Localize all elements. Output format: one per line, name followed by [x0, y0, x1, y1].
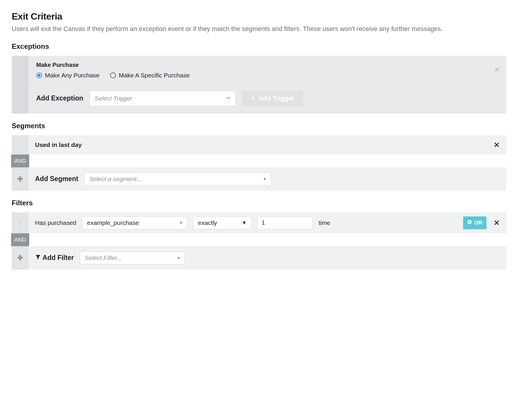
add-trigger-button[interactable]: + Add Trigger: [242, 91, 303, 106]
filter-product-dropdown[interactable]: example_purchase ▾: [82, 216, 187, 229]
circle-plus-icon: [467, 220, 472, 226]
caret-down-icon: ▾: [180, 220, 182, 225]
plus-icon: ✚: [17, 176, 23, 183]
filters-heading: Filters: [12, 199, 506, 207]
filter-prefix: Has purchased: [35, 219, 76, 226]
filter-row: ⋮ Has purchased example_purchase ▾ exact…: [12, 212, 506, 233]
caret-down-icon: ▼: [242, 220, 246, 225]
add-filter-text: Add Filter: [43, 254, 74, 261]
select-filter-dropdown[interactable]: Select Filter... ▾: [80, 251, 185, 264]
filter-suffix: time: [319, 219, 330, 226]
radio-make-specific-purchase[interactable]: Make A Specific Purchase: [110, 72, 190, 79]
segment-handle[interactable]: [12, 135, 29, 155]
close-icon[interactable]: ✕: [494, 66, 500, 73]
select-trigger-placeholder: Select Trigger: [95, 95, 132, 102]
add-trigger-label: Add Trigger: [258, 95, 294, 102]
radio-make-any-purchase[interactable]: Make Any Purchase: [36, 72, 100, 79]
exceptions-handle: [12, 56, 29, 114]
caret-down-icon: ▾: [178, 255, 180, 261]
caret-down-icon: ▾: [264, 176, 266, 182]
filters-and-pill: AND: [11, 233, 29, 246]
or-label: OR: [474, 220, 483, 226]
add-segment-label: Add Segment: [35, 175, 78, 183]
radio-unchecked-icon: [110, 72, 116, 78]
add-filter-label: Add Filter: [35, 254, 74, 262]
page-description: Users will exit the Canvas if they perfo…: [12, 24, 506, 34]
segment-row: Used in last day ✕: [12, 135, 506, 155]
filter-drag-handle[interactable]: ⋮: [12, 212, 29, 233]
plus-icon: ✚: [17, 254, 23, 261]
exceptions-card: Make Purchase Make Any Purchase Make A S…: [12, 56, 506, 114]
select-segment-dropdown[interactable]: Select a segment... ▾: [84, 173, 271, 185]
remove-filter-icon[interactable]: ✕: [493, 219, 500, 227]
plus-icon: +: [251, 95, 255, 102]
select-segment-placeholder: Select a segment...: [89, 176, 142, 183]
segment-label: Used in last day: [35, 141, 82, 148]
radio-checked-icon: [36, 72, 42, 78]
filter-product-value: example_purchase: [87, 219, 139, 226]
select-trigger-dropdown[interactable]: Select Trigger: [90, 91, 236, 106]
chevron-down-icon: [226, 96, 231, 101]
remove-segment-icon[interactable]: ✕: [493, 141, 500, 149]
segments-heading: Segments: [12, 122, 506, 130]
filter-count-input[interactable]: [257, 216, 313, 229]
add-segment-row: ✚ Add Segment Select a segment... ▾: [12, 167, 506, 191]
select-filter-placeholder: Select Filter...: [85, 254, 122, 261]
page-title: Exit Criteria: [12, 11, 506, 22]
add-filter-handle[interactable]: ✚: [12, 246, 29, 270]
segments-and-pill: AND: [11, 155, 29, 167]
radio-any-label: Make Any Purchase: [45, 72, 100, 79]
filter-comparator-value: exactly: [198, 219, 217, 226]
add-segment-handle[interactable]: ✚: [12, 167, 29, 191]
exception-block-title: Make Purchase: [36, 62, 499, 68]
add-filter-row: ✚ Add Filter Select Filter... ▾: [12, 246, 506, 270]
add-exception-label: Add Exception: [36, 94, 83, 102]
drag-dots-icon: ⋮: [17, 222, 24, 224]
radio-specific-label: Make A Specific Purchase: [119, 72, 190, 79]
or-button[interactable]: OR: [463, 216, 487, 229]
funnel-icon: [35, 254, 41, 260]
exceptions-heading: Exceptions: [12, 42, 506, 51]
filter-comparator-dropdown[interactable]: exactly ▼: [193, 216, 251, 229]
